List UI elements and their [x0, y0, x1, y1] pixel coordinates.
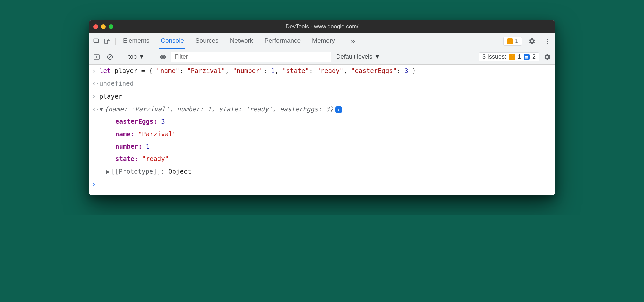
- return-icon: ‹·: [92, 104, 99, 114]
- clear-console-icon[interactable]: [105, 52, 115, 62]
- object-property-row: name: "Parzival": [89, 128, 555, 140]
- tab-console[interactable]: Console: [159, 33, 185, 49]
- console-output-row: ‹· ▼{name: 'Parzival', number: 1, state:…: [89, 103, 555, 115]
- console-code: let player = { "name": "Parzival", "numb…: [99, 66, 552, 76]
- prompt-icon: ›: [92, 179, 99, 189]
- console-code: player: [99, 91, 552, 102]
- window-title: DevTools - www.google.com/: [89, 23, 555, 30]
- chevron-down-icon: ▼: [374, 53, 380, 60]
- console-toolbar: top ▼ Default levels ▼ 3 Issues: ! 1 ▤ 2: [89, 49, 555, 65]
- context-selector[interactable]: top ▼: [126, 53, 147, 60]
- filter-input[interactable]: [171, 52, 331, 62]
- settings-icon[interactable]: [527, 36, 537, 47]
- console-input-row[interactable]: › player: [89, 90, 555, 103]
- object-property-row: easterEggs: 3: [89, 115, 555, 128]
- return-icon: ‹·: [92, 78, 99, 89]
- svg-point-4: [547, 41, 548, 42]
- inspect-element-icon[interactable]: [91, 36, 102, 47]
- tabs-bar: Elements Console Sources Network Perform…: [89, 33, 555, 49]
- tab-elements[interactable]: Elements: [122, 33, 151, 49]
- tab-performance[interactable]: Performance: [263, 33, 302, 49]
- object-property-row: state: "ready": [89, 153, 555, 165]
- disclosure-triangle-icon[interactable]: ▶: [106, 166, 110, 177]
- separator: [115, 38, 116, 45]
- console-input-row[interactable]: › let player = { "name": "Parzival", "nu…: [89, 65, 555, 77]
- warning-count: 1: [515, 38, 518, 45]
- prompt-icon: ›: [92, 66, 99, 76]
- log-levels-selector[interactable]: Default levels ▼: [336, 53, 380, 60]
- svg-rect-2: [107, 40, 110, 44]
- levels-label: Default levels: [336, 53, 372, 60]
- svg-line-8: [108, 55, 112, 59]
- info-icon[interactable]: i: [335, 106, 342, 113]
- info-icon: ▤: [524, 54, 530, 60]
- minimize-icon[interactable]: [101, 24, 106, 29]
- traffic-lights: [93, 24, 113, 29]
- device-toggle-icon[interactable]: [102, 36, 113, 47]
- object-prototype-row[interactable]: ▶[[Prototype]]: Object: [89, 165, 555, 178]
- titlebar: DevTools - www.google.com/: [89, 20, 555, 33]
- console-prompt[interactable]: ›: [89, 178, 555, 195]
- issues-badge[interactable]: 3 Issues: ! 1 ▤ 2: [479, 52, 539, 61]
- console-sidebar-toggle-icon[interactable]: [91, 52, 102, 62]
- svg-point-5: [547, 43, 548, 44]
- tab-network[interactable]: Network: [229, 33, 255, 49]
- kebab-menu-icon[interactable]: [542, 36, 553, 47]
- live-expression-icon[interactable]: [158, 52, 168, 62]
- context-label: top: [128, 53, 137, 60]
- console-settings-icon[interactable]: [542, 52, 553, 62]
- svg-rect-0: [94, 39, 99, 42]
- more-tabs-icon[interactable]: »: [351, 37, 355, 46]
- tab-sources[interactable]: Sources: [194, 33, 220, 49]
- tab-memory[interactable]: Memory: [311, 33, 336, 49]
- console-output: undefined: [99, 78, 552, 89]
- maximize-icon[interactable]: [109, 24, 113, 29]
- separator: [152, 53, 152, 61]
- object-property-row: number: 1: [89, 140, 555, 153]
- console-body: › let player = { "name": "Parzival", "nu…: [89, 65, 555, 195]
- prompt-icon: ›: [92, 91, 99, 102]
- issues-label: 3 Issues:: [482, 53, 506, 60]
- svg-point-3: [547, 39, 548, 40]
- warning-icon: !: [509, 54, 515, 60]
- panel-tabs: Elements Console Sources Network Perform…: [122, 33, 355, 49]
- disclosure-triangle-icon[interactable]: ▼: [99, 104, 103, 114]
- issues-info-count: 2: [532, 53, 536, 60]
- chevron-down-icon: ▼: [139, 53, 145, 60]
- warning-icon: !: [507, 38, 513, 44]
- devtools-window: DevTools - www.google.com/ Elements Cons…: [89, 20, 555, 195]
- console-output-row: ‹· undefined: [89, 77, 555, 90]
- close-icon[interactable]: [93, 24, 98, 29]
- separator: [121, 53, 121, 61]
- issues-warn-count: 1: [518, 53, 521, 60]
- warnings-badge[interactable]: ! 1: [503, 37, 522, 46]
- object-summary-line[interactable]: ▼{name: 'Parzival', number: 1, state: 'r…: [99, 104, 552, 114]
